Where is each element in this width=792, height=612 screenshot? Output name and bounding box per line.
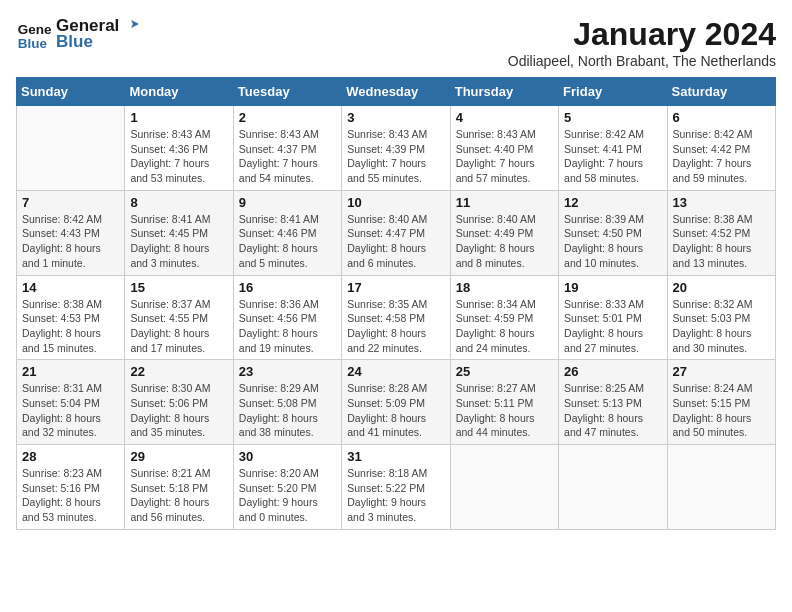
day-info: Sunrise: 8:39 AMSunset: 4:50 PMDaylight:…	[564, 212, 661, 271]
calendar-cell: 4Sunrise: 8:43 AMSunset: 4:40 PMDaylight…	[450, 106, 558, 191]
svg-text:Blue: Blue	[18, 36, 48, 51]
calendar-cell: 20Sunrise: 8:32 AMSunset: 5:03 PMDayligh…	[667, 275, 775, 360]
day-info: Sunrise: 8:23 AMSunset: 5:16 PMDaylight:…	[22, 466, 119, 525]
calendar-table: Sunday Monday Tuesday Wednesday Thursday…	[16, 77, 776, 530]
day-info: Sunrise: 8:18 AMSunset: 5:22 PMDaylight:…	[347, 466, 444, 525]
day-number: 9	[239, 195, 336, 210]
day-number: 19	[564, 280, 661, 295]
day-number: 27	[673, 364, 770, 379]
day-number: 13	[673, 195, 770, 210]
logo-icon: General Blue	[16, 16, 52, 52]
calendar-cell: 1Sunrise: 8:43 AMSunset: 4:36 PMDaylight…	[125, 106, 233, 191]
day-info: Sunrise: 8:24 AMSunset: 5:15 PMDaylight:…	[673, 381, 770, 440]
day-info: Sunrise: 8:32 AMSunset: 5:03 PMDaylight:…	[673, 297, 770, 356]
day-info: Sunrise: 8:21 AMSunset: 5:18 PMDaylight:…	[130, 466, 227, 525]
header-tuesday: Tuesday	[233, 78, 341, 106]
day-number: 20	[673, 280, 770, 295]
calendar-cell: 9Sunrise: 8:41 AMSunset: 4:46 PMDaylight…	[233, 190, 341, 275]
day-info: Sunrise: 8:34 AMSunset: 4:59 PMDaylight:…	[456, 297, 553, 356]
calendar-cell: 14Sunrise: 8:38 AMSunset: 4:53 PMDayligh…	[17, 275, 125, 360]
calendar-cell: 19Sunrise: 8:33 AMSunset: 5:01 PMDayligh…	[559, 275, 667, 360]
day-info: Sunrise: 8:33 AMSunset: 5:01 PMDaylight:…	[564, 297, 661, 356]
day-number: 18	[456, 280, 553, 295]
page-header: General Blue General Blue January 2024 O…	[16, 16, 776, 69]
logo-bird-icon	[121, 18, 139, 34]
day-number: 24	[347, 364, 444, 379]
day-number: 3	[347, 110, 444, 125]
header-thursday: Thursday	[450, 78, 558, 106]
day-number: 11	[456, 195, 553, 210]
calendar-cell: 25Sunrise: 8:27 AMSunset: 5:11 PMDayligh…	[450, 360, 558, 445]
calendar-cell: 31Sunrise: 8:18 AMSunset: 5:22 PMDayligh…	[342, 445, 450, 530]
calendar-week-3: 14Sunrise: 8:38 AMSunset: 4:53 PMDayligh…	[17, 275, 776, 360]
day-info: Sunrise: 8:42 AMSunset: 4:43 PMDaylight:…	[22, 212, 119, 271]
day-number: 6	[673, 110, 770, 125]
day-info: Sunrise: 8:29 AMSunset: 5:08 PMDaylight:…	[239, 381, 336, 440]
day-info: Sunrise: 8:25 AMSunset: 5:13 PMDaylight:…	[564, 381, 661, 440]
calendar-cell: 3Sunrise: 8:43 AMSunset: 4:39 PMDaylight…	[342, 106, 450, 191]
day-info: Sunrise: 8:42 AMSunset: 4:42 PMDaylight:…	[673, 127, 770, 186]
day-number: 22	[130, 364, 227, 379]
calendar-cell: 23Sunrise: 8:29 AMSunset: 5:08 PMDayligh…	[233, 360, 341, 445]
day-info: Sunrise: 8:40 AMSunset: 4:49 PMDaylight:…	[456, 212, 553, 271]
calendar-cell: 11Sunrise: 8:40 AMSunset: 4:49 PMDayligh…	[450, 190, 558, 275]
header-sunday: Sunday	[17, 78, 125, 106]
header-friday: Friday	[559, 78, 667, 106]
calendar-cell	[667, 445, 775, 530]
day-number: 14	[22, 280, 119, 295]
day-number: 15	[130, 280, 227, 295]
calendar-cell: 8Sunrise: 8:41 AMSunset: 4:45 PMDaylight…	[125, 190, 233, 275]
calendar-cell	[17, 106, 125, 191]
calendar-cell: 2Sunrise: 8:43 AMSunset: 4:37 PMDaylight…	[233, 106, 341, 191]
day-info: Sunrise: 8:43 AMSunset: 4:40 PMDaylight:…	[456, 127, 553, 186]
header-saturday: Saturday	[667, 78, 775, 106]
calendar-cell: 27Sunrise: 8:24 AMSunset: 5:15 PMDayligh…	[667, 360, 775, 445]
day-number: 28	[22, 449, 119, 464]
day-number: 8	[130, 195, 227, 210]
day-info: Sunrise: 8:43 AMSunset: 4:37 PMDaylight:…	[239, 127, 336, 186]
day-info: Sunrise: 8:37 AMSunset: 4:55 PMDaylight:…	[130, 297, 227, 356]
day-number: 26	[564, 364, 661, 379]
calendar-cell: 7Sunrise: 8:42 AMSunset: 4:43 PMDaylight…	[17, 190, 125, 275]
day-number: 1	[130, 110, 227, 125]
day-info: Sunrise: 8:20 AMSunset: 5:20 PMDaylight:…	[239, 466, 336, 525]
header-wednesday: Wednesday	[342, 78, 450, 106]
day-info: Sunrise: 8:28 AMSunset: 5:09 PMDaylight:…	[347, 381, 444, 440]
calendar-cell: 18Sunrise: 8:34 AMSunset: 4:59 PMDayligh…	[450, 275, 558, 360]
day-number: 7	[22, 195, 119, 210]
calendar-week-4: 21Sunrise: 8:31 AMSunset: 5:04 PMDayligh…	[17, 360, 776, 445]
day-number: 31	[347, 449, 444, 464]
calendar-cell: 13Sunrise: 8:38 AMSunset: 4:52 PMDayligh…	[667, 190, 775, 275]
day-number: 30	[239, 449, 336, 464]
calendar-cell: 12Sunrise: 8:39 AMSunset: 4:50 PMDayligh…	[559, 190, 667, 275]
day-info: Sunrise: 8:40 AMSunset: 4:47 PMDaylight:…	[347, 212, 444, 271]
header-monday: Monday	[125, 78, 233, 106]
day-number: 23	[239, 364, 336, 379]
month-title: January 2024	[508, 16, 776, 53]
title-area: January 2024 Odiliapeel, North Brabant, …	[508, 16, 776, 69]
day-number: 2	[239, 110, 336, 125]
calendar-cell	[559, 445, 667, 530]
calendar-cell: 6Sunrise: 8:42 AMSunset: 4:42 PMDaylight…	[667, 106, 775, 191]
calendar-cell: 15Sunrise: 8:37 AMSunset: 4:55 PMDayligh…	[125, 275, 233, 360]
day-number: 25	[456, 364, 553, 379]
calendar-cell: 16Sunrise: 8:36 AMSunset: 4:56 PMDayligh…	[233, 275, 341, 360]
day-number: 21	[22, 364, 119, 379]
calendar-header-row: Sunday Monday Tuesday Wednesday Thursday…	[17, 78, 776, 106]
calendar-cell: 5Sunrise: 8:42 AMSunset: 4:41 PMDaylight…	[559, 106, 667, 191]
day-info: Sunrise: 8:41 AMSunset: 4:45 PMDaylight:…	[130, 212, 227, 271]
day-number: 16	[239, 280, 336, 295]
calendar-cell	[450, 445, 558, 530]
calendar-cell: 26Sunrise: 8:25 AMSunset: 5:13 PMDayligh…	[559, 360, 667, 445]
day-info: Sunrise: 8:36 AMSunset: 4:56 PMDaylight:…	[239, 297, 336, 356]
calendar-cell: 17Sunrise: 8:35 AMSunset: 4:58 PMDayligh…	[342, 275, 450, 360]
day-info: Sunrise: 8:35 AMSunset: 4:58 PMDaylight:…	[347, 297, 444, 356]
day-number: 12	[564, 195, 661, 210]
calendar-cell: 21Sunrise: 8:31 AMSunset: 5:04 PMDayligh…	[17, 360, 125, 445]
day-number: 29	[130, 449, 227, 464]
day-info: Sunrise: 8:41 AMSunset: 4:46 PMDaylight:…	[239, 212, 336, 271]
calendar-cell: 29Sunrise: 8:21 AMSunset: 5:18 PMDayligh…	[125, 445, 233, 530]
calendar-cell: 30Sunrise: 8:20 AMSunset: 5:20 PMDayligh…	[233, 445, 341, 530]
day-info: Sunrise: 8:43 AMSunset: 4:36 PMDaylight:…	[130, 127, 227, 186]
logo: General Blue General Blue	[16, 16, 139, 52]
